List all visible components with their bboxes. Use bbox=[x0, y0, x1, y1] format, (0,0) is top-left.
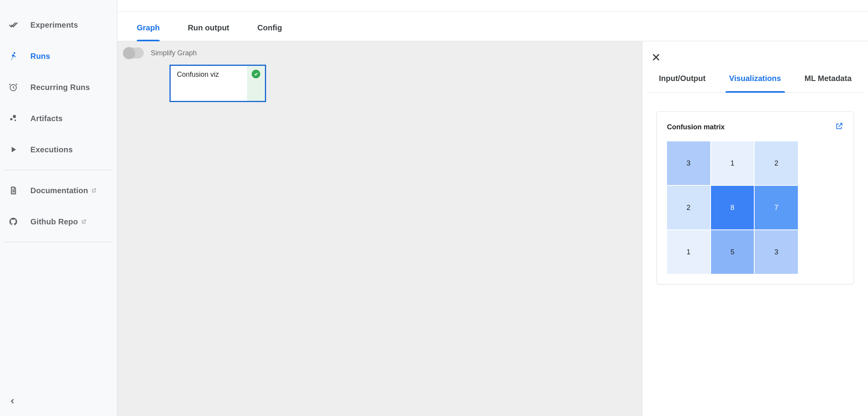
panel-tab-ml-metadata[interactable]: ML Metadata bbox=[803, 67, 853, 92]
matrix-cell: 3 bbox=[667, 141, 710, 185]
sidebar-collapse-button[interactable] bbox=[0, 388, 117, 416]
sidebar: Experiments Runs Recurring Runs Artifact… bbox=[0, 0, 117, 416]
experiments-icon bbox=[9, 20, 18, 30]
close-button[interactable] bbox=[650, 51, 662, 63]
graph-node-status bbox=[247, 66, 265, 101]
topbar bbox=[117, 0, 868, 12]
matrix-cell: 8 bbox=[711, 186, 754, 229]
sidebar-item-artifacts[interactable]: Artifacts bbox=[0, 103, 117, 134]
bubble-chart-icon bbox=[9, 114, 18, 123]
confusion-matrix-heatmap: 312287153 bbox=[667, 141, 798, 274]
confusion-matrix-card: Confusion matrix 312287153 bbox=[656, 111, 854, 284]
simplify-graph-toggle[interactable] bbox=[123, 48, 144, 58]
runs-icon bbox=[9, 51, 18, 61]
sidebar-item-experiments[interactable]: Experiments bbox=[0, 9, 117, 41]
alarm-icon bbox=[9, 83, 18, 92]
main: Graph Run output Config Simplify Graph C… bbox=[117, 0, 868, 416]
panel-tab-io[interactable]: Input/Output bbox=[657, 67, 707, 92]
sidebar-item-label: Runs bbox=[30, 52, 50, 61]
matrix-cell: 5 bbox=[711, 230, 754, 274]
matrix-cell: 7 bbox=[755, 186, 798, 229]
sidebar-item-executions[interactable]: Executions bbox=[0, 134, 117, 165]
tab-graph[interactable]: Graph bbox=[137, 23, 160, 41]
graph-node-title: Confusion viz bbox=[171, 66, 247, 101]
divider bbox=[5, 170, 112, 170]
divider bbox=[5, 242, 112, 242]
panel-tabs: Input/Output Visualizations ML Metadata bbox=[647, 67, 863, 93]
external-link-icon bbox=[91, 186, 97, 195]
tab-run-output[interactable]: Run output bbox=[188, 23, 229, 41]
tab-config[interactable]: Config bbox=[258, 23, 282, 41]
matrix-cell: 1 bbox=[711, 141, 754, 185]
graph-node-confusion-viz[interactable]: Confusion viz bbox=[169, 65, 266, 102]
sidebar-item-documentation[interactable]: Documentation bbox=[0, 175, 117, 206]
sidebar-item-label: Recurring Runs bbox=[30, 83, 90, 92]
external-link-icon bbox=[81, 217, 86, 226]
card-title: Confusion matrix bbox=[667, 123, 725, 131]
document-icon bbox=[9, 186, 18, 195]
matrix-cell: 1 bbox=[667, 230, 710, 274]
sidebar-item-label: Experiments bbox=[30, 21, 78, 30]
svg-point-0 bbox=[14, 52, 15, 54]
sidebar-item-recurring-runs[interactable]: Recurring Runs bbox=[0, 72, 117, 103]
matrix-cell: 2 bbox=[755, 141, 798, 185]
matrix-cell: 2 bbox=[667, 186, 710, 229]
sidebar-item-label: Executions bbox=[30, 145, 73, 154]
sidebar-item-label: Artifacts bbox=[30, 114, 63, 123]
sidebar-item-github-repo[interactable]: Github Repo bbox=[0, 206, 117, 237]
svg-point-3 bbox=[13, 115, 16, 118]
checkmark-icon bbox=[252, 70, 260, 78]
github-icon bbox=[9, 217, 18, 226]
sidebar-item-label: Github Repo bbox=[30, 217, 86, 226]
sidebar-item-runs[interactable]: Runs bbox=[0, 41, 117, 72]
graph-canvas[interactable]: Simplify Graph Confusion viz bbox=[117, 41, 642, 416]
play-icon bbox=[9, 145, 18, 154]
run-tabs: Graph Run output Config bbox=[117, 12, 868, 41]
open-in-new-icon[interactable] bbox=[835, 122, 843, 132]
svg-point-2 bbox=[10, 118, 12, 120]
matrix-cell: 3 bbox=[755, 230, 798, 274]
detail-panel: Input/Output Visualizations ML Metadata … bbox=[642, 41, 868, 416]
sidebar-item-label: Documentation bbox=[30, 186, 97, 195]
simplify-graph-label: Simplify Graph bbox=[151, 49, 197, 57]
svg-point-4 bbox=[14, 120, 16, 121]
panel-tab-visualizations[interactable]: Visualizations bbox=[728, 67, 783, 92]
